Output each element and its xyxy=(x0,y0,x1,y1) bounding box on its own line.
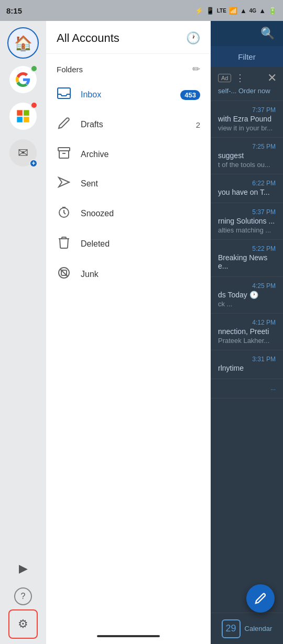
email-subject-0: with Ezra Pound xyxy=(218,115,276,123)
ad-text: self-... Order now xyxy=(218,87,270,95)
folder-item-sent[interactable]: Sent xyxy=(46,169,211,198)
email-preview-0: view it in your br... xyxy=(218,124,276,132)
drafts-folder-icon xyxy=(57,117,71,132)
status-icons: ⚡ 📳 LTE 📶 ▲ 4G ▲ 🔋 xyxy=(195,7,277,15)
rail-item-home[interactable]: 🏠 xyxy=(7,27,39,59)
email-subject-5: ds Today 🕐 xyxy=(218,291,276,299)
home-icon: 🏠 xyxy=(9,29,37,57)
deleted-label: Deleted xyxy=(81,239,200,249)
calendar-icon: 29 xyxy=(222,619,241,638)
email-time-8: ... xyxy=(218,384,276,392)
play-button[interactable]: ▶ xyxy=(8,554,38,583)
folder-header: All Accounts 🕐 xyxy=(46,21,211,54)
drafts-label: Drafts xyxy=(81,120,187,129)
calendar-bar[interactable]: 29 Calendar xyxy=(211,613,283,644)
svg-rect-1 xyxy=(24,110,29,116)
email-item-6[interactable]: 4:12 PM nnection, Preeti Prateek Lakher.… xyxy=(211,314,283,350)
filter-label[interactable]: Filter xyxy=(238,52,255,61)
email-subject-2: you have on T... xyxy=(218,188,276,196)
svg-rect-3 xyxy=(24,117,29,123)
svg-rect-4 xyxy=(58,88,70,98)
main-layout: 🏠 ✉ + ▶ ? ⚙ xyxy=(0,21,283,644)
folder-list: Inbox 453 Drafts 2 Archive xyxy=(46,80,211,628)
folder-item-junk[interactable]: Junk xyxy=(46,259,211,290)
email-preview-1: t of the tools ou... xyxy=(218,161,276,169)
archive-label: Archive xyxy=(81,150,200,159)
svg-rect-0 xyxy=(17,110,23,116)
sent-label: Sent xyxy=(81,179,200,188)
email-item-8[interactable]: ... xyxy=(211,379,283,398)
battery-icon: 🔋 xyxy=(268,7,277,15)
search-icon[interactable]: 🔍 xyxy=(260,27,275,40)
email-subject-7: rlnytime xyxy=(218,364,276,372)
close-button[interactable]: ✕ xyxy=(267,71,277,85)
wifi-icon: 📶 xyxy=(229,7,237,15)
compose-button[interactable] xyxy=(246,584,275,613)
inbox-folder-icon xyxy=(57,87,71,102)
inbox-label: Inbox xyxy=(81,90,171,99)
folder-bottom-bar xyxy=(46,628,211,644)
email-item-0[interactable]: 7:37 PM with Ezra Pound view it in your … xyxy=(211,101,283,138)
vibrate-icon: 📳 xyxy=(206,7,214,15)
4g-label: 4G xyxy=(249,8,256,14)
ad-badge: Ad xyxy=(218,74,231,82)
email-item-1[interactable]: 7:25 PM suggest t of the tools ou... xyxy=(211,138,283,174)
email-time-6: 4:12 PM xyxy=(218,319,276,326)
email-panel: 🔍 Filter ✕ Ad ⋮ self-... Order now 7:37 … xyxy=(211,21,283,644)
folder-panel: All Accounts 🕐 Folders ✏ Inbox 453 Draft… xyxy=(46,21,211,644)
email-item-3[interactable]: 5:37 PM rning Solutions ... alties match… xyxy=(211,203,283,240)
drafts-count: 2 xyxy=(196,120,200,129)
email-preview-5: ck ... xyxy=(218,300,276,308)
archive-folder-icon xyxy=(57,147,71,162)
svg-rect-5 xyxy=(58,148,70,151)
email-time-2: 6:22 PM xyxy=(218,180,276,187)
folder-item-archive[interactable]: Archive xyxy=(46,140,211,169)
status-time: 8:15 xyxy=(6,6,22,15)
clock-icon[interactable]: 🕐 xyxy=(186,31,200,45)
email-item-5[interactable]: 4:25 PM ds Today 🕐 ck ... xyxy=(211,277,283,314)
folder-panel-title: All Accounts xyxy=(57,31,119,45)
edit-icon[interactable]: ✏ xyxy=(192,63,200,75)
lte-icon: LTE xyxy=(217,8,226,14)
email-time-0: 7:37 PM xyxy=(218,106,276,114)
email-time-7: 3:31 PM xyxy=(218,356,276,363)
ad-content: Ad ⋮ self-... Order now xyxy=(218,72,270,95)
folder-item-drafts[interactable]: Drafts 2 xyxy=(46,109,211,140)
folder-item-snoozed[interactable]: Snoozed xyxy=(46,198,211,229)
snoozed-folder-icon xyxy=(57,206,71,221)
email-item-2[interactable]: 6:22 PM you have on T... xyxy=(211,174,283,203)
help-button[interactable]: ? xyxy=(14,587,32,605)
bottom-indicator xyxy=(97,635,160,637)
folders-label-row: Folders ✏ xyxy=(46,54,211,80)
bluetooth-icon: ⚡ xyxy=(195,7,203,15)
folder-item-deleted[interactable]: Deleted xyxy=(46,229,211,259)
rail-item-add-account[interactable]: ✉ + xyxy=(7,137,39,169)
email-subject-1: suggest xyxy=(218,151,276,160)
status-bar: 8:15 ⚡ 📳 LTE 📶 ▲ 4G ▲ 🔋 xyxy=(0,0,283,21)
email-list[interactable]: ✕ Ad ⋮ self-... Order now 7:37 PM with E… xyxy=(211,67,283,613)
email-subject-6: nnection, Preeti xyxy=(218,327,276,336)
rail-item-google[interactable] xyxy=(7,64,39,95)
email-time-3: 5:37 PM xyxy=(218,208,276,216)
email-time-4: 5:22 PM xyxy=(218,245,276,252)
add-badge: + xyxy=(29,159,38,168)
email-preview-6: Prateek Lakher... xyxy=(218,337,276,345)
folders-label: Folders xyxy=(57,65,83,74)
icon-rail: 🏠 ✉ + ▶ ? ⚙ xyxy=(0,21,46,644)
email-preview-3: alties matching ... xyxy=(218,226,276,234)
junk-folder-icon xyxy=(57,267,71,282)
email-time-1: 7:25 PM xyxy=(218,143,276,150)
settings-button[interactable]: ⚙ xyxy=(8,609,38,639)
email-item-7[interactable]: 3:31 PM rlnytime xyxy=(211,350,283,379)
rail-bottom: ▶ ? ⚙ xyxy=(0,554,46,644)
rail-item-office[interactable] xyxy=(7,101,39,132)
calendar-label: Calendar xyxy=(245,625,273,632)
google-badge xyxy=(30,65,38,72)
sent-folder-icon xyxy=(57,176,71,191)
ad-menu-icon[interactable]: ⋮ xyxy=(235,72,245,84)
deleted-folder-icon xyxy=(57,236,71,252)
email-subject-3: rning Solutions ... xyxy=(218,217,276,225)
email-item-4[interactable]: 5:22 PM Breaking News e... xyxy=(211,240,283,277)
folder-item-inbox[interactable]: Inbox 453 xyxy=(46,80,211,109)
signal2-icon: ▲ xyxy=(259,7,266,15)
